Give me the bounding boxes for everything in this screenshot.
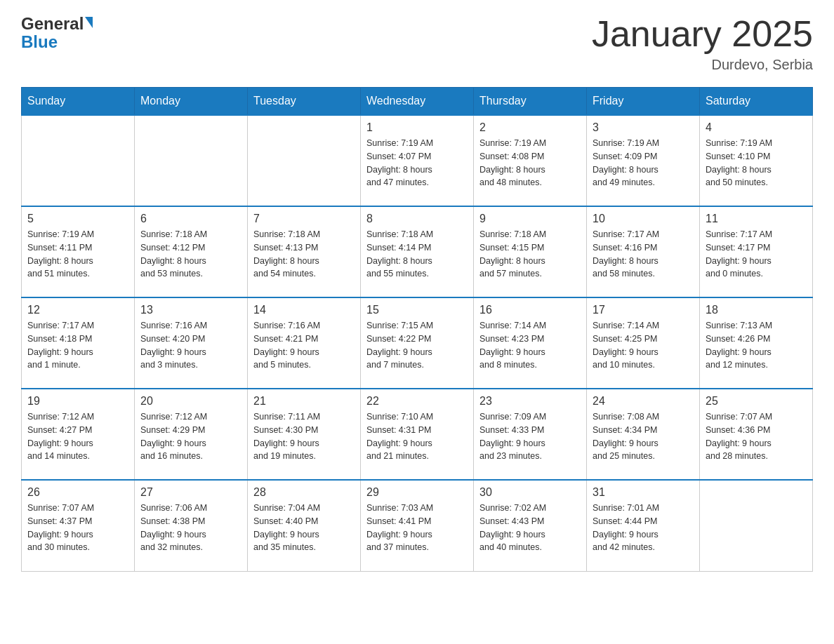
day-info: Sunrise: 7:14 AM Sunset: 4:23 PM Dayligh…: [479, 319, 581, 372]
day-info: Sunrise: 7:18 AM Sunset: 4:13 PM Dayligh…: [253, 228, 355, 281]
day-number: 3: [593, 121, 694, 134]
day-info: Sunrise: 7:18 AM Sunset: 4:12 PM Dayligh…: [140, 228, 241, 281]
calendar-week-4: 19Sunrise: 7:12 AM Sunset: 4:27 PM Dayli…: [22, 389, 813, 480]
calendar-cell: 23Sunrise: 7:09 AM Sunset: 4:33 PM Dayli…: [474, 389, 587, 480]
calendar-cell: 19Sunrise: 7:12 AM Sunset: 4:27 PM Dayli…: [22, 389, 135, 480]
day-number: 23: [479, 395, 581, 408]
logo-general: General: [21, 14, 84, 34]
day-info: Sunrise: 7:07 AM Sunset: 4:37 PM Dayligh…: [27, 502, 128, 554]
day-number: 16: [479, 304, 581, 316]
day-number: 12: [27, 304, 128, 316]
calendar-cell: [135, 115, 248, 206]
day-number: 11: [706, 213, 807, 225]
calendar-cell: 26Sunrise: 7:07 AM Sunset: 4:37 PM Dayli…: [22, 480, 135, 571]
day-number: 30: [479, 486, 581, 499]
day-number: 15: [366, 304, 468, 316]
day-info: Sunrise: 7:14 AM Sunset: 4:25 PM Dayligh…: [593, 319, 694, 372]
day-info: Sunrise: 7:16 AM Sunset: 4:21 PM Dayligh…: [253, 319, 355, 372]
day-number: 27: [140, 486, 241, 499]
weekday-header-monday: Monday: [135, 88, 248, 116]
calendar-week-2: 5Sunrise: 7:19 AM Sunset: 4:11 PM Daylig…: [22, 206, 813, 297]
calendar-cell: 30Sunrise: 7:02 AM Sunset: 4:43 PM Dayli…: [474, 480, 587, 571]
calendar-cell: 28Sunrise: 7:04 AM Sunset: 4:40 PM Dayli…: [248, 480, 361, 571]
day-info: Sunrise: 7:10 AM Sunset: 4:31 PM Dayligh…: [366, 410, 468, 463]
calendar-cell: 4Sunrise: 7:19 AM Sunset: 4:10 PM Daylig…: [700, 115, 813, 206]
day-info: Sunrise: 7:04 AM Sunset: 4:40 PM Dayligh…: [253, 502, 355, 554]
day-info: Sunrise: 7:01 AM Sunset: 4:44 PM Dayligh…: [593, 502, 694, 554]
day-number: 21: [253, 395, 355, 408]
day-info: Sunrise: 7:17 AM Sunset: 4:17 PM Dayligh…: [706, 228, 807, 281]
day-number: 22: [366, 395, 468, 408]
calendar-cell: 20Sunrise: 7:12 AM Sunset: 4:29 PM Dayli…: [135, 389, 248, 480]
day-info: Sunrise: 7:15 AM Sunset: 4:22 PM Dayligh…: [366, 319, 468, 372]
day-number: 5: [27, 213, 128, 225]
weekday-header-sunday: Sunday: [22, 88, 135, 116]
calendar-cell: [22, 115, 135, 206]
calendar-cell: 15Sunrise: 7:15 AM Sunset: 4:22 PM Dayli…: [361, 297, 474, 389]
day-info: Sunrise: 7:13 AM Sunset: 4:26 PM Dayligh…: [706, 319, 807, 372]
day-info: Sunrise: 7:17 AM Sunset: 4:18 PM Dayligh…: [27, 319, 128, 372]
day-info: Sunrise: 7:19 AM Sunset: 4:10 PM Dayligh…: [706, 137, 807, 189]
calendar-cell: 25Sunrise: 7:07 AM Sunset: 4:36 PM Dayli…: [700, 389, 813, 480]
calendar-cell: 9Sunrise: 7:18 AM Sunset: 4:15 PM Daylig…: [474, 206, 587, 297]
day-number: 20: [140, 395, 241, 408]
day-info: Sunrise: 7:17 AM Sunset: 4:16 PM Dayligh…: [593, 228, 694, 281]
calendar-cell: 5Sunrise: 7:19 AM Sunset: 4:11 PM Daylig…: [22, 206, 135, 297]
calendar-cell: 1Sunrise: 7:19 AM Sunset: 4:07 PM Daylig…: [361, 115, 474, 206]
day-number: 6: [140, 213, 241, 225]
day-number: 10: [593, 213, 694, 225]
calendar-cell: 13Sunrise: 7:16 AM Sunset: 4:20 PM Dayli…: [135, 297, 248, 389]
calendar-subtitle: Durdevo, Serbia: [592, 57, 813, 73]
day-info: Sunrise: 7:08 AM Sunset: 4:34 PM Dayligh…: [593, 410, 694, 463]
weekday-header-tuesday: Tuesday: [248, 88, 361, 116]
day-number: 31: [593, 486, 694, 499]
calendar-cell: 27Sunrise: 7:06 AM Sunset: 4:38 PM Dayli…: [135, 480, 248, 571]
calendar-cell: 12Sunrise: 7:17 AM Sunset: 4:18 PM Dayli…: [22, 297, 135, 389]
calendar-header: SundayMondayTuesdayWednesdayThursdayFrid…: [22, 88, 813, 116]
logo-blue: Blue: [21, 32, 58, 52]
calendar-cell: 31Sunrise: 7:01 AM Sunset: 4:44 PM Dayli…: [587, 480, 700, 571]
calendar-cell: 18Sunrise: 7:13 AM Sunset: 4:26 PM Dayli…: [700, 297, 813, 389]
weekday-header-thursday: Thursday: [474, 88, 587, 116]
day-number: 19: [27, 395, 128, 408]
day-number: 17: [593, 304, 694, 316]
calendar-cell: 29Sunrise: 7:03 AM Sunset: 4:41 PM Dayli…: [361, 480, 474, 571]
calendar-cell: [248, 115, 361, 206]
calendar-cell: 24Sunrise: 7:08 AM Sunset: 4:34 PM Dayli…: [587, 389, 700, 480]
day-info: Sunrise: 7:19 AM Sunset: 4:08 PM Dayligh…: [479, 137, 581, 189]
calendar-cell: 14Sunrise: 7:16 AM Sunset: 4:21 PM Dayli…: [248, 297, 361, 389]
logo-triangle-icon: [85, 17, 93, 28]
day-info: Sunrise: 7:02 AM Sunset: 4:43 PM Dayligh…: [479, 502, 581, 554]
calendar-cell: 6Sunrise: 7:18 AM Sunset: 4:12 PM Daylig…: [135, 206, 248, 297]
calendar-week-1: 1Sunrise: 7:19 AM Sunset: 4:07 PM Daylig…: [22, 115, 813, 206]
calendar-cell: 16Sunrise: 7:14 AM Sunset: 4:23 PM Dayli…: [474, 297, 587, 389]
day-number: 2: [479, 121, 581, 134]
day-number: 9: [479, 213, 581, 225]
calendar-cell: 2Sunrise: 7:19 AM Sunset: 4:08 PM Daylig…: [474, 115, 587, 206]
day-info: Sunrise: 7:18 AM Sunset: 4:14 PM Dayligh…: [366, 228, 468, 281]
day-number: 25: [706, 395, 807, 408]
calendar-cell: 22Sunrise: 7:10 AM Sunset: 4:31 PM Dayli…: [361, 389, 474, 480]
weekday-header-friday: Friday: [587, 88, 700, 116]
day-number: 14: [253, 304, 355, 316]
day-info: Sunrise: 7:16 AM Sunset: 4:20 PM Dayligh…: [140, 319, 241, 372]
day-number: 8: [366, 213, 468, 225]
day-info: Sunrise: 7:19 AM Sunset: 4:09 PM Dayligh…: [593, 137, 694, 189]
day-info: Sunrise: 7:03 AM Sunset: 4:41 PM Dayligh…: [366, 502, 468, 554]
day-number: 26: [27, 486, 128, 499]
day-info: Sunrise: 7:12 AM Sunset: 4:27 PM Dayligh…: [27, 410, 128, 463]
calendar-cell: 17Sunrise: 7:14 AM Sunset: 4:25 PM Dayli…: [587, 297, 700, 389]
calendar-week-5: 26Sunrise: 7:07 AM Sunset: 4:37 PM Dayli…: [22, 480, 813, 571]
day-number: 7: [253, 213, 355, 225]
day-number: 13: [140, 304, 241, 316]
calendar-week-3: 12Sunrise: 7:17 AM Sunset: 4:18 PM Dayli…: [22, 297, 813, 389]
calendar-cell: 8Sunrise: 7:18 AM Sunset: 4:14 PM Daylig…: [361, 206, 474, 297]
calendar-body: 1Sunrise: 7:19 AM Sunset: 4:07 PM Daylig…: [22, 115, 813, 571]
calendar-cell: 11Sunrise: 7:17 AM Sunset: 4:17 PM Dayli…: [700, 206, 813, 297]
calendar-cell: 7Sunrise: 7:18 AM Sunset: 4:13 PM Daylig…: [248, 206, 361, 297]
weekday-header-saturday: Saturday: [700, 88, 813, 116]
day-number: 29: [366, 486, 468, 499]
day-info: Sunrise: 7:12 AM Sunset: 4:29 PM Dayligh…: [140, 410, 241, 463]
calendar-table: SundayMondayTuesdayWednesdayThursdayFrid…: [21, 87, 813, 572]
day-info: Sunrise: 7:19 AM Sunset: 4:11 PM Dayligh…: [27, 228, 128, 281]
